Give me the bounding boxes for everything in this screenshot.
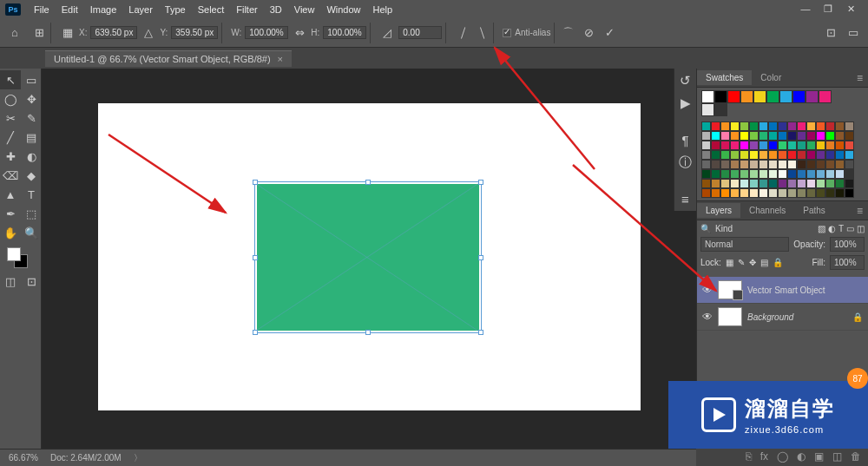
swatch[interactable] (845, 179, 854, 188)
swatch[interactable] (701, 150, 711, 160)
swatch[interactable] (797, 169, 806, 179)
swatch[interactable] (766, 90, 779, 103)
menu-layer[interactable]: Layer (122, 4, 159, 15)
swatch[interactable] (797, 121, 806, 131)
swatch[interactable] (720, 150, 730, 160)
swatch[interactable] (740, 160, 749, 169)
swatch[interactable] (730, 150, 740, 160)
tool-12[interactable]: ▲ (0, 185, 21, 204)
rotation-value[interactable]: 0.00 (398, 26, 442, 39)
panel-menu-icon[interactable]: ≡ (857, 72, 863, 84)
swatch[interactable] (730, 188, 740, 198)
link-wh-icon[interactable]: ⇔ (292, 25, 307, 41)
swatch[interactable] (740, 169, 749, 179)
swatch[interactable] (711, 150, 720, 160)
swatch[interactable] (768, 121, 778, 131)
swatch[interactable] (749, 160, 759, 169)
swatch[interactable] (740, 90, 753, 103)
swatch[interactable] (845, 121, 854, 131)
layer-fx-icon[interactable]: fx (760, 450, 768, 463)
tool-0[interactable]: ↖ (0, 70, 21, 89)
tab-swatches[interactable]: Swatches (697, 70, 752, 85)
swatch[interactable] (701, 90, 714, 103)
menu-image[interactable]: Image (84, 4, 123, 15)
swatch[interactable] (816, 169, 825, 179)
swatch[interactable] (819, 90, 832, 103)
screen-mode-icon[interactable]: ⊡ (21, 272, 42, 291)
swatch[interactable] (778, 179, 787, 188)
swatch[interactable] (714, 90, 727, 103)
swatch[interactable] (749, 121, 759, 131)
swatch[interactable] (816, 160, 825, 169)
filter-shape-icon[interactable]: ▭ (846, 224, 854, 233)
menu-window[interactable]: Window (320, 4, 366, 15)
swatch[interactable] (835, 121, 845, 131)
swatch[interactable] (787, 121, 797, 131)
swatch[interactable] (768, 179, 778, 188)
panel-menu-icon[interactable]: ≡ (857, 205, 863, 217)
swatch[interactable] (730, 141, 740, 150)
lock-artboard-icon[interactable]: ▤ (760, 258, 768, 267)
filter-adjust-icon[interactable]: ◐ (828, 224, 836, 233)
visibility-icon[interactable]: 👁 (702, 311, 713, 323)
swatch[interactable] (768, 188, 778, 198)
swatch[interactable] (740, 121, 749, 131)
fill-value[interactable]: 100% (830, 255, 865, 270)
layer-thumbnail[interactable] (718, 307, 742, 326)
swatch[interactable] (787, 150, 797, 160)
menu-select[interactable]: Select (192, 4, 231, 15)
swatch[interactable] (701, 160, 711, 169)
swatch[interactable] (806, 90, 819, 103)
swatch[interactable] (727, 90, 740, 103)
swatch[interactable] (720, 179, 730, 188)
new-layer-icon[interactable]: ◫ (832, 450, 842, 463)
tool-13[interactable]: T (21, 185, 42, 204)
swatch[interactable] (806, 179, 816, 188)
foreground-background-colors[interactable] (0, 246, 42, 272)
swatch[interactable] (816, 131, 825, 141)
swatch[interactable] (749, 141, 759, 150)
swatch[interactable] (768, 141, 778, 150)
swatch[interactable] (759, 141, 768, 150)
swatch[interactable] (711, 141, 720, 150)
canvas-area[interactable] (42, 69, 696, 449)
lock-transparent-icon[interactable]: ▦ (726, 258, 733, 267)
swatch[interactable] (711, 131, 720, 141)
swatch[interactable] (778, 169, 787, 179)
swatch[interactable] (787, 179, 797, 188)
swatch[interactable] (768, 150, 778, 160)
filter-kind-icon[interactable]: 🔍 (700, 224, 711, 233)
window-restore-icon[interactable]: ❐ (821, 3, 835, 15)
tool-7[interactable]: ▤ (21, 128, 42, 147)
swatch[interactable] (720, 169, 730, 179)
h-value[interactable]: 100.00% (323, 26, 366, 39)
transform-ref-icon[interactable]: ⊞ (31, 25, 47, 41)
swatch[interactable] (701, 188, 711, 198)
link-xy-icon[interactable]: △ (141, 25, 156, 41)
lock-position-icon[interactable]: ✥ (749, 258, 756, 267)
tool-3[interactable]: ✥ (21, 89, 42, 108)
swatch[interactable] (701, 121, 711, 131)
tool-14[interactable]: ✒ (0, 204, 21, 223)
swatch[interactable] (816, 121, 825, 131)
swatch[interactable] (740, 131, 749, 141)
swatch[interactable] (835, 131, 845, 141)
workspace-icon[interactable]: ▭ (845, 25, 861, 41)
swatch[interactable] (825, 121, 835, 131)
swatch[interactable] (711, 169, 720, 179)
swatch[interactable] (759, 150, 768, 160)
swatch[interactable] (835, 141, 845, 150)
character-icon[interactable]: ¶ (677, 131, 694, 148)
swatch[interactable] (806, 141, 816, 150)
menu-3d[interactable]: 3D (264, 4, 288, 15)
menu-help[interactable]: Help (367, 4, 399, 15)
link-layers-icon[interactable]: ⎘ (746, 450, 752, 463)
swatch[interactable] (759, 131, 768, 141)
swatch[interactable] (835, 160, 845, 169)
window-minimize-icon[interactable]: — (799, 3, 812, 15)
swatch[interactable] (701, 103, 714, 116)
status-arrow-icon[interactable]: 〉 (134, 452, 142, 464)
swatch[interactable] (701, 131, 711, 141)
swatch[interactable] (787, 131, 797, 141)
swatch[interactable] (740, 141, 749, 150)
